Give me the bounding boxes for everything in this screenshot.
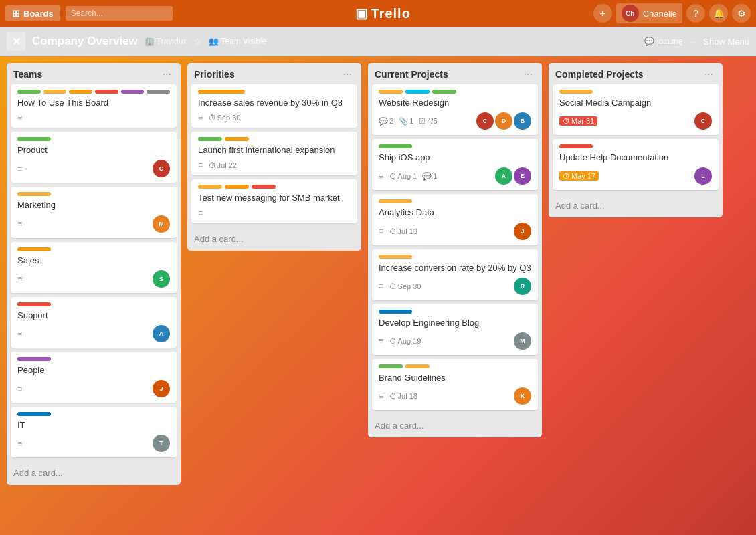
card-avatars-product: C: [153, 160, 170, 177]
show-menu-button[interactable]: Show Menu: [703, 37, 749, 47]
card-meta-it: ≡T: [17, 435, 170, 452]
card-social-media[interactable]: Social Media Campaign⏱Mar 31C: [553, 84, 719, 135]
card-title-brand-guidelines: Brand Guidelines: [379, 372, 531, 384]
card-due-international: ⏱Jul 22: [209, 161, 237, 169]
list-menu-button-teams[interactable]: ···: [160, 68, 174, 80]
card-meta-left-conversion: ≡⏱Sep 30: [379, 281, 421, 291]
card-label: [147, 90, 170, 94]
card-labels-ship-ios: [379, 144, 531, 148]
list-cards-priorities: Increase sales revenue by 30% in Q3≡⏱Sep…: [187, 84, 361, 227]
card-desc-icon-sales-revenue: ≡: [198, 112, 203, 122]
card-international[interactable]: Launch first international expansion≡⏱Ju…: [191, 132, 357, 175]
card-eng-blog[interactable]: Develop Engineering Blog≡⏱Aug 19M: [372, 304, 538, 355]
list-title-teams: Teams: [13, 69, 42, 80]
card-label: [432, 90, 456, 94]
card-meta-left-website-redesign: 💬2📎1☑4/5: [379, 117, 438, 126]
card-label: [225, 137, 249, 141]
card-label: [17, 412, 51, 416]
info-button[interactable]: ?: [686, 4, 705, 23]
card-avatar: C: [153, 160, 170, 177]
list-header-priorities: Priorities ···: [187, 63, 361, 84]
add-card-button-teams[interactable]: Add a card...: [12, 465, 64, 481]
card-avatars-support: A: [153, 325, 170, 342]
info-icon: ?: [693, 8, 698, 19]
card-due-analytics: ⏱Jul 13: [389, 227, 417, 235]
list-footer-completed: Add a card...: [549, 194, 723, 217]
list-current-projects: Current Projects ··· Website Redesign💬2📎…: [368, 63, 542, 437]
card-avatar: M: [514, 332, 531, 350]
card-label: [405, 364, 430, 368]
card-support[interactable]: Support≡A: [11, 297, 177, 348]
comment-icon: 💬: [422, 172, 432, 181]
card-people[interactable]: People≡J: [11, 352, 177, 403]
card-meta-left-analytics: ≡⏱Jul 13: [379, 226, 417, 236]
add-card-button-current-projects[interactable]: Add a card...: [373, 418, 426, 433]
settings-button[interactable]: ⚙: [732, 4, 751, 23]
card-desc-icon-analytics: ≡: [379, 226, 384, 236]
list-cards-teams: How To Use This Board≡Product≡CMarketing…: [7, 84, 181, 461]
card-brand-guidelines[interactable]: Brand Guidelines≡⏱Jul 18K: [372, 359, 538, 410]
card-label: [17, 90, 41, 94]
card-ship-ios[interactable]: Ship iOS app≡⏱Aug 1💬1AE: [372, 139, 538, 190]
card-analytics[interactable]: Analytics Data≡⏱Jul 13J: [372, 194, 538, 245]
card-label: [17, 137, 51, 141]
card-labels-international: [198, 137, 351, 141]
card-help-docs[interactable]: Update Help Documentation⏱May 17L: [553, 139, 719, 190]
card-avatars-marketing: M: [153, 215, 170, 233]
nav-right: + Ch Chanelle ? 🔔 ⚙: [593, 3, 751, 23]
card-label: [225, 185, 249, 189]
card-label: [17, 247, 51, 251]
list-menu-button-current-projects[interactable]: ···: [521, 68, 535, 80]
card-title-social-media: Social Media Campaign: [559, 97, 712, 109]
card-meta-left-ship-ios: ≡⏱Aug 1💬1: [379, 171, 437, 181]
card-messaging[interactable]: Test new messaging for SMB market≡: [191, 179, 357, 223]
card-due-ship-ios: ⏱Aug 1: [389, 172, 417, 180]
notification-button[interactable]: 🔔: [709, 4, 728, 23]
card-marketing[interactable]: Marketing≡M: [11, 187, 177, 237]
trello-wordmark: Trello: [371, 6, 411, 21]
list-menu-button-priorities[interactable]: ···: [341, 68, 355, 80]
user-menu-button[interactable]: Ch Chanelle: [616, 3, 682, 23]
join-me-link[interactable]: 💬 join.me: [644, 37, 683, 46]
board-logo-icon: ✕: [7, 32, 25, 51]
card-how-to[interactable]: How To Use This Board≡: [11, 84, 177, 128]
card-sales-revenue[interactable]: Increase sales revenue by 30% in Q3≡⏱Sep…: [191, 84, 357, 128]
card-desc-icon-it: ≡: [17, 439, 23, 449]
card-labels-product: [17, 137, 170, 141]
card-avatar: L: [694, 167, 712, 185]
search-input[interactable]: [66, 6, 173, 21]
card-desc-icon-product: ≡: [17, 164, 23, 174]
add-button[interactable]: +: [593, 4, 612, 23]
card-avatars-social-media: C: [694, 112, 712, 130]
card-meta-left-messaging: ≡: [198, 208, 203, 218]
card-avatar: R: [514, 278, 531, 295]
star-button[interactable]: ☆: [193, 36, 202, 47]
card-label: [252, 185, 276, 189]
card-label: [379, 310, 412, 314]
card-comments-website-redesign: 💬2: [379, 117, 393, 126]
card-avatars-it: T: [153, 435, 170, 452]
add-card-button-priorities[interactable]: Add a card...: [193, 231, 245, 247]
card-meta-international: ≡⏱Jul 22: [198, 160, 351, 170]
boards-button[interactable]: ⊞ Boards: [5, 5, 60, 21]
card-avatar: A: [153, 325, 170, 342]
card-due-eng-blog: ⏱Aug 19: [389, 337, 421, 345]
add-card-button-completed[interactable]: Add a card...: [554, 198, 606, 213]
card-title-sales: Sales: [17, 255, 170, 267]
list-completed: Completed Projects ··· Social Media Camp…: [549, 63, 723, 217]
card-website-redesign[interactable]: Website Redesign💬2📎1☑4/5CDB: [372, 84, 538, 135]
card-sales[interactable]: Sales≡S: [11, 242, 177, 293]
list-menu-button-completed[interactable]: ···: [702, 68, 716, 80]
card-conversion[interactable]: Increase conversion rate by 20% by Q3≡⏱S…: [372, 249, 538, 300]
card-labels-how-to: [17, 90, 170, 94]
card-product[interactable]: Product≡C: [11, 132, 177, 183]
card-avatar: J: [514, 223, 531, 240]
bell-icon: 🔔: [713, 8, 725, 19]
card-meta-marketing: ≡M: [17, 215, 170, 233]
card-avatars-website-redesign: CDB: [476, 112, 531, 130]
card-labels-conversion: [379, 255, 531, 259]
card-meta-how-to: ≡: [17, 112, 170, 122]
card-avatars-eng-blog: M: [514, 332, 531, 350]
plus-icon: +: [600, 8, 605, 19]
card-it[interactable]: IT≡T: [11, 407, 177, 457]
